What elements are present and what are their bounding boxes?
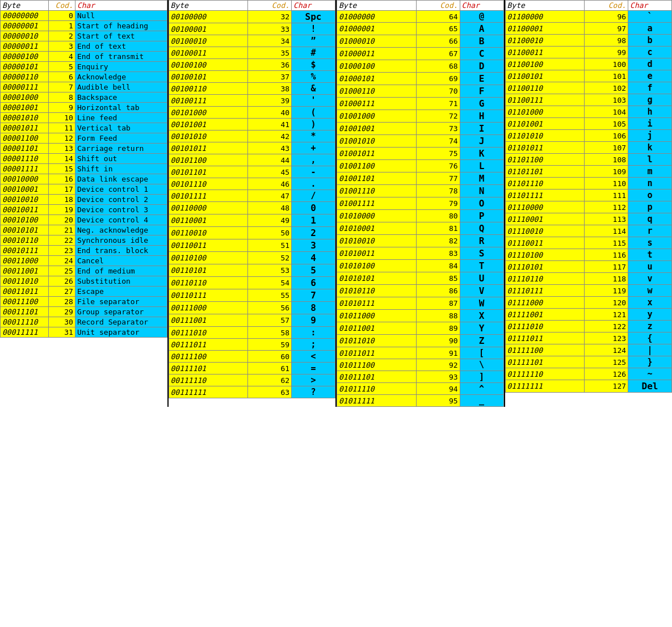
cell-code: 43 bbox=[248, 142, 292, 154]
cell-char: x bbox=[628, 297, 672, 309]
cell-byte: 00001111 bbox=[1, 164, 49, 174]
cell-code: 1 bbox=[49, 21, 75, 31]
table-row: 0100111078N bbox=[337, 185, 504, 197]
cell-code: 21 bbox=[49, 225, 75, 235]
cell-byte: 00110110 bbox=[169, 277, 248, 289]
cell-char: U bbox=[460, 272, 503, 285]
table-row: 01111010122z bbox=[505, 321, 672, 333]
table-row: 00110101535 bbox=[169, 264, 335, 277]
table-row: 0100101175K bbox=[337, 148, 504, 160]
cell-byte: 01110001 bbox=[505, 213, 585, 225]
cell-byte: 00010111 bbox=[1, 246, 49, 256]
table-row: 0110001199c bbox=[505, 47, 672, 58]
cell-byte: 01100111 bbox=[505, 94, 585, 106]
table-row: 0000111115Shift in bbox=[1, 164, 167, 174]
cell-code: 95 bbox=[416, 395, 460, 407]
table-row: 0000110012Form Feed bbox=[1, 133, 167, 144]
table-row: 0001100024Cancel bbox=[1, 256, 167, 266]
table-row: 0011110161= bbox=[169, 363, 335, 374]
cell-code: 102 bbox=[585, 82, 628, 94]
cell-byte: 00101010 bbox=[169, 131, 248, 142]
cell-char: Del bbox=[628, 380, 672, 393]
cell-byte: 00100001 bbox=[169, 23, 248, 35]
header-code: Cod. bbox=[49, 1, 75, 11]
cell-char: l bbox=[628, 154, 672, 166]
cell-byte: 00011100 bbox=[1, 297, 49, 307]
cell-code: 19 bbox=[49, 205, 75, 215]
table-row: 01100110102f bbox=[505, 82, 672, 94]
cell-code: 73 bbox=[416, 123, 460, 135]
cell-name: Null bbox=[75, 11, 167, 21]
cell-byte: 01101000 bbox=[505, 106, 585, 118]
cell-char: + bbox=[292, 142, 335, 154]
cell-code: 87 bbox=[416, 297, 460, 310]
table-row: 0101101191[ bbox=[337, 347, 504, 359]
table-row: 0000101010Line feed bbox=[1, 113, 167, 123]
cell-char: $ bbox=[292, 59, 335, 71]
cell-byte: 00111011 bbox=[169, 339, 248, 351]
cell-byte: 01010101 bbox=[337, 272, 417, 285]
cell-name: End of medium bbox=[75, 266, 167, 276]
cell-code: 27 bbox=[49, 287, 75, 297]
table-row: 0110000096` bbox=[505, 11, 672, 23]
cell-char: 8 bbox=[292, 302, 335, 314]
cell-byte: 00111000 bbox=[169, 302, 248, 314]
cell-char: . bbox=[292, 178, 335, 190]
cell-code: 81 bbox=[416, 222, 460, 235]
cell-code: 5 bbox=[49, 62, 75, 72]
cell-char: u bbox=[628, 261, 672, 273]
header-char: Char bbox=[460, 1, 503, 11]
cell-code: 54 bbox=[248, 277, 292, 289]
header-char: Char bbox=[628, 1, 672, 11]
cell-byte: 01001100 bbox=[337, 160, 417, 172]
cell-byte: 00010110 bbox=[1, 235, 49, 246]
cell-byte: 00010010 bbox=[1, 195, 49, 205]
cell-char: X bbox=[460, 310, 503, 322]
cell-name: Group separator bbox=[75, 307, 167, 317]
cell-code: 41 bbox=[248, 119, 292, 131]
cell-char: D bbox=[460, 60, 503, 73]
cell-byte: 00000011 bbox=[1, 41, 49, 52]
table-row: 01111111127Del bbox=[505, 380, 672, 393]
cell-byte: 00000001 bbox=[1, 21, 49, 31]
table-row: 0010111147/ bbox=[169, 190, 335, 202]
table-row: 01110111119w bbox=[505, 285, 672, 297]
cell-code: 88 bbox=[416, 310, 460, 322]
table-row: 0101011187W bbox=[337, 297, 504, 310]
header-code: Cod. bbox=[248, 1, 292, 11]
cell-byte: 01111101 bbox=[505, 356, 585, 368]
cell-code: 14 bbox=[49, 154, 75, 164]
cell-byte: 00111001 bbox=[169, 314, 248, 327]
cell-char: ' bbox=[292, 95, 335, 107]
cell-byte: 01001000 bbox=[337, 110, 417, 123]
cell-code: 45 bbox=[248, 166, 292, 178]
cell-byte: 01100110 bbox=[505, 82, 585, 94]
table-row: 0011111163? bbox=[169, 386, 335, 398]
cell-code: 66 bbox=[416, 35, 460, 48]
cell-byte: 00110001 bbox=[169, 214, 248, 227]
cell-char: R bbox=[460, 235, 503, 247]
table-row: 0001000117Device control 1 bbox=[1, 184, 167, 195]
table-row: 01111001121y bbox=[505, 309, 672, 321]
cell-code: 77 bbox=[416, 172, 460, 185]
header-byte: Byte bbox=[1, 1, 49, 11]
table-row: 000000011Start of heading bbox=[1, 21, 167, 31]
cell-char: ~ bbox=[628, 368, 672, 380]
table-row: 01111110126~ bbox=[505, 368, 672, 380]
table-row: 0101000181Q bbox=[337, 222, 504, 235]
cell-char: s bbox=[628, 237, 672, 249]
table-row: 0000111014Shift out bbox=[1, 154, 167, 164]
cell-char: y bbox=[628, 309, 672, 321]
table-row: 01100100100d bbox=[505, 58, 672, 70]
cell-char: 4 bbox=[292, 252, 335, 264]
cell-code: 26 bbox=[49, 276, 75, 287]
cell-code: 68 bbox=[416, 60, 460, 73]
cell-byte: 01110011 bbox=[505, 237, 585, 249]
cell-char: P bbox=[460, 210, 503, 222]
header-char: Char bbox=[75, 1, 167, 11]
cell-code: 39 bbox=[248, 95, 292, 107]
cell-char: ) bbox=[292, 119, 335, 131]
header-byte: Byte bbox=[169, 1, 248, 11]
cell-code: 53 bbox=[248, 264, 292, 277]
cell-byte: 01011100 bbox=[337, 359, 417, 371]
